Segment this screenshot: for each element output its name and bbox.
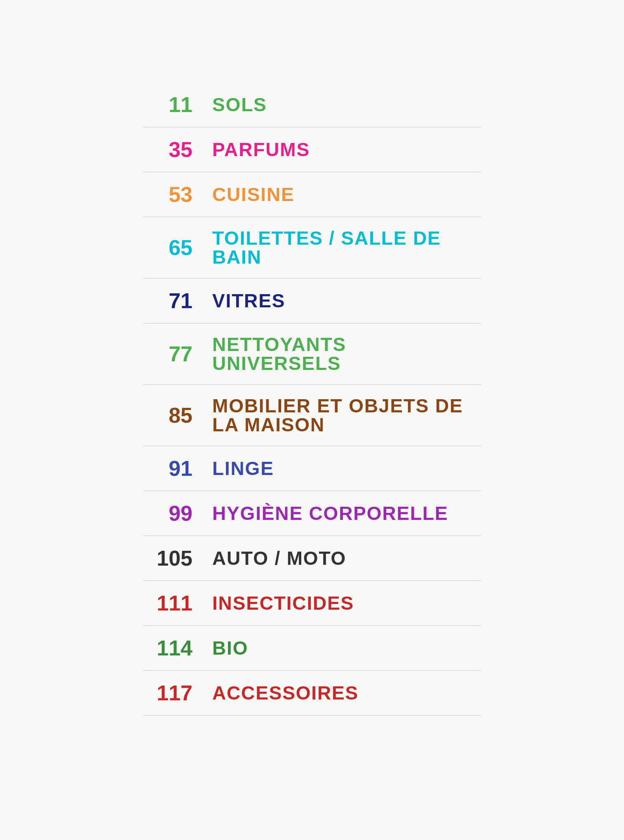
toc-number: 65 — [143, 237, 192, 258]
toc-number: 99 — [143, 503, 192, 524]
toc-label: AUTO / MOTO — [212, 549, 346, 568]
toc-item[interactable]: 91LINGE — [143, 446, 481, 491]
toc-label: HYGIÈNE CORPORELLE — [212, 504, 448, 523]
toc-number: 117 — [143, 682, 192, 704]
toc-label: NETTOYANTS UNIVERSELS — [212, 335, 481, 373]
toc-label: SOLS — [212, 95, 267, 114]
toc-item[interactable]: 71VITRES — [143, 278, 481, 323]
toc-label: MOBILIER ET OBJETS DE LA MAISON — [212, 396, 481, 434]
toc-number: 105 — [143, 548, 192, 569]
toc-label: ACCESSOIRES — [212, 683, 359, 702]
toc-item[interactable]: 65TOILETTES / SALLE DE BAIN — [143, 217, 481, 278]
toc-item[interactable]: 77NETTOYANTS UNIVERSELS — [143, 323, 481, 385]
toc-item[interactable]: 105AUTO / MOTO — [143, 536, 481, 581]
toc-number: 53 — [143, 184, 192, 205]
toc-label: PARFUMS — [212, 140, 310, 159]
toc-label: TOILETTES / SALLE DE BAIN — [212, 229, 481, 267]
toc-number: 85 — [143, 405, 192, 426]
toc-number: 35 — [143, 139, 192, 160]
toc-label: VITRES — [212, 291, 285, 310]
toc-item[interactable]: 114BIO — [143, 626, 481, 671]
toc-number: 11 — [143, 94, 192, 115]
toc-item[interactable]: 117ACCESSOIRES — [143, 671, 481, 716]
toc-item[interactable]: 53CUISINE — [143, 172, 481, 217]
toc-label: INSECTICIDES — [212, 594, 354, 613]
toc-item[interactable]: 35PARFUMS — [143, 127, 481, 172]
toc-label: LINGE — [212, 459, 274, 478]
toc-item[interactable]: 85MOBILIER ET OBJETS DE LA MAISON — [143, 385, 481, 446]
toc-item[interactable]: 99HYGIÈNE CORPORELLE — [143, 491, 481, 536]
toc-number: 71 — [143, 290, 192, 311]
toc-label: BIO — [212, 639, 248, 657]
toc-item[interactable]: 111INSECTICIDES — [143, 581, 481, 626]
toc-label: CUISINE — [212, 185, 294, 204]
toc-number: 114 — [143, 637, 192, 659]
toc-number: 111 — [143, 592, 192, 614]
toc-number: 77 — [143, 343, 192, 365]
toc-number: 91 — [143, 458, 192, 479]
toc-item[interactable]: 11SOLS — [143, 82, 481, 127]
table-of-contents: 11SOLS35PARFUMS53CUISINE65TOILETTES / SA… — [143, 82, 481, 716]
